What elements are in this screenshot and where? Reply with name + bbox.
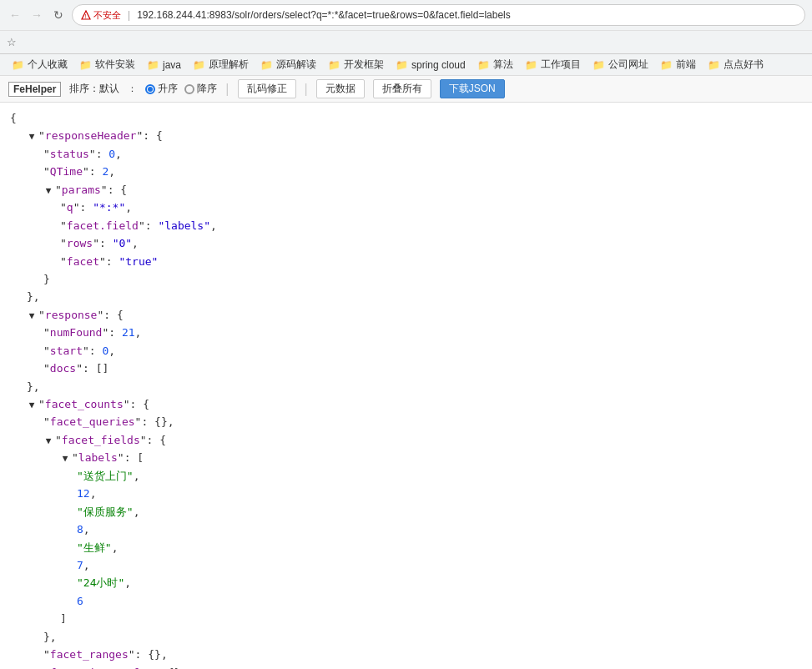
fehelper-logo: FeHelper	[8, 82, 61, 97]
json-key: params	[62, 184, 101, 196]
json-str: "true"	[119, 255, 158, 268]
json-comma: ,	[132, 237, 139, 249]
json-punct: }	[43, 273, 50, 285]
browser-chrome: ← → ↻ ! 不安全 | 192.168.244.41:8983/solr/o…	[0, 0, 812, 54]
json-line: "24小时",	[10, 574, 802, 591]
garble-button[interactable]: 乱码修正	[238, 79, 296, 98]
json-num: 8	[77, 523, 83, 536]
json-quot: "	[43, 148, 50, 160]
bookmark-item[interactable]: 📁前端	[655, 56, 701, 73]
sort-label: 排序：默认	[69, 82, 119, 96]
fold-button[interactable]: 折叠所有	[373, 79, 431, 98]
bookmark-label: spring cloud	[411, 59, 466, 71]
json-toggle[interactable]: ▼	[43, 184, 53, 199]
json-line: {	[10, 109, 802, 127]
json-key: labels	[78, 451, 118, 464]
bookmark-label: 源码解读	[276, 58, 316, 72]
json-colon: : {	[108, 184, 127, 196]
download-button[interactable]: 下载JSON	[440, 79, 505, 98]
json-line: ▼"facet_fields": {	[10, 431, 802, 449]
bookmark-label: 点点好书	[724, 58, 764, 72]
json-quot: "	[43, 362, 50, 375]
back-button[interactable]: ←	[7, 7, 23, 23]
json-toggle[interactable]: ▼	[27, 309, 37, 324]
json-line: "生鲜",	[10, 539, 802, 556]
json-num: 7	[77, 559, 83, 571]
bookmark-item[interactable]: 📁原理解析	[188, 56, 254, 73]
svg-text:!: !	[85, 13, 87, 19]
json-colon: :	[106, 255, 119, 268]
json-colon: :	[83, 362, 96, 375]
bookmark-label: 开发框架	[344, 58, 384, 72]
address-bar[interactable]: ! 不安全 | 192.168.244.41:8983/solr/orders/…	[72, 4, 805, 26]
json-colon: :	[89, 345, 103, 357]
json-line: 12,	[10, 485, 802, 502]
json-num: 12	[77, 487, 90, 500]
json-line: }	[10, 270, 802, 288]
json-punct: []	[96, 362, 109, 375]
insecure-badge: ! 不安全	[81, 9, 121, 22]
json-line: "facet_ranges": {},	[10, 646, 802, 663]
json-num: 6	[77, 595, 83, 607]
json-key: docs	[50, 362, 76, 375]
json-key: rows	[67, 237, 93, 249]
json-comma: ,	[134, 506, 140, 518]
bookmark-item[interactable]: 📁点点好书	[703, 56, 769, 73]
json-val: {},	[154, 415, 174, 428]
json-comma: ,	[108, 165, 115, 178]
json-line: ▼"response": {	[10, 306, 802, 324]
json-quot: "	[89, 148, 96, 160]
json-line: "送货上门",	[10, 467, 802, 485]
json-colon: :	[135, 648, 149, 661]
bookmark-item[interactable]: 📁开发框架	[323, 56, 389, 73]
bookmark-label: java	[163, 59, 181, 71]
json-content-area: {▼"responseHeader": {"status": 0,"QTime"…	[0, 103, 812, 669]
json-colon: :	[145, 219, 159, 232]
json-key: facet_counts	[45, 398, 124, 410]
json-quot: "	[38, 398, 45, 410]
json-toggle[interactable]: ▼	[27, 129, 37, 144]
json-comma: ,	[124, 576, 131, 589]
reload-button[interactable]: ↻	[50, 7, 67, 23]
json-punct: },	[27, 380, 40, 393]
bookmark-item[interactable]: 📁公司网址	[588, 56, 653, 73]
folder-icon: 📁	[477, 59, 490, 71]
json-key: numFound	[50, 326, 103, 339]
json-quot: "	[118, 451, 124, 464]
asc-radio-dot	[145, 84, 155, 94]
json-comma: ,	[90, 487, 97, 500]
json-colon: :	[154, 666, 168, 669]
json-str: "生鲜"	[77, 541, 112, 554]
json-toggle[interactable]: ▼	[27, 398, 37, 413]
json-quot: "	[93, 237, 99, 249]
json-line: 8,	[10, 521, 802, 538]
json-line: 6	[10, 592, 802, 610]
json-quot: "	[99, 255, 106, 268]
bookmarks-star-icon: ☆	[7, 36, 17, 48]
desc-radio[interactable]: 降序	[184, 82, 217, 96]
forward-button[interactable]: →	[28, 7, 45, 23]
bookmarks-bar: ☆	[0, 30, 812, 53]
json-line: ▼"labels": [	[10, 449, 802, 466]
bookmark-item[interactable]: 📁软件安装	[74, 56, 140, 73]
json-comma: ,	[134, 470, 140, 482]
json-comma: ,	[83, 559, 90, 571]
bookmark-item[interactable]: 📁算法	[472, 56, 518, 73]
json-punct: ]	[60, 612, 67, 625]
json-colon: : {	[147, 434, 166, 446]
bookmark-item[interactable]: 📁工作项目	[520, 56, 586, 73]
folder-icon: 📁	[525, 59, 537, 71]
bookmark-item[interactable]: 📁java	[142, 58, 186, 73]
json-quot: "	[60, 237, 67, 249]
json-toggle[interactable]: ▼	[43, 434, 53, 449]
json-punct: {	[10, 112, 17, 124]
bookmark-item[interactable]: 📁个人收藏	[7, 56, 73, 73]
url-text: 192.168.244.41:8983/solr/orders/select?q…	[137, 9, 796, 21]
asc-radio[interactable]: 升序	[145, 82, 178, 96]
bookmark-label: 个人收藏	[28, 58, 68, 72]
bookmark-item[interactable]: 📁源码解读	[255, 56, 321, 73]
json-key: facet_queries	[50, 415, 135, 428]
meta-button[interactable]: 元数据	[316, 79, 365, 98]
bookmark-item[interactable]: 📁spring cloud	[391, 58, 471, 73]
json-toggle[interactable]: ▼	[60, 451, 70, 466]
